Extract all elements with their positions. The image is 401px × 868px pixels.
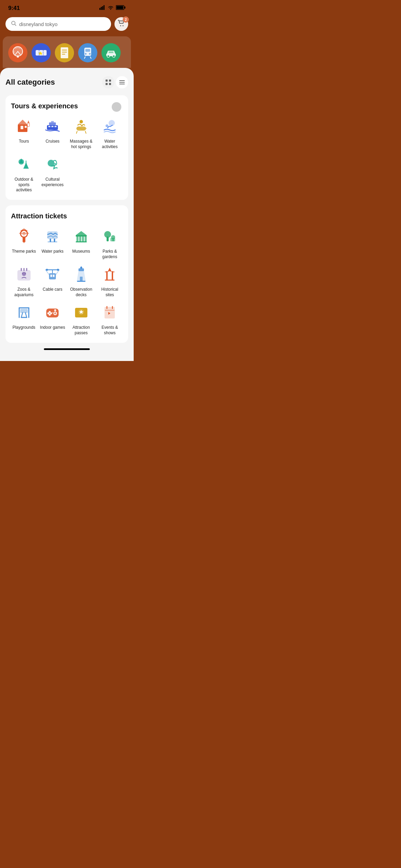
tours-grid: Tours Cruises: [11, 117, 123, 193]
svg-rect-45: [48, 126, 50, 127]
svg-rect-98: [21, 309, 27, 313]
svg-point-108: [52, 312, 53, 313]
category-massages[interactable]: Massages & hot springs: [68, 117, 94, 149]
svg-point-57: [54, 163, 56, 165]
category-cruises[interactable]: Cruises: [40, 117, 66, 149]
category-historical[interactable]: Historical sites: [97, 265, 123, 298]
svg-rect-55: [25, 160, 27, 168]
svg-rect-34: [119, 82, 125, 83]
svg-rect-15: [61, 47, 68, 58]
category-theme-parks[interactable]: Theme parks: [11, 227, 37, 260]
category-zoos[interactable]: Zoos & aquariums: [11, 265, 37, 298]
top-icon-ticket[interactable]: [32, 43, 51, 62]
search-icon: [11, 21, 16, 27]
cultural-icon: [43, 155, 62, 174]
svg-point-10: [123, 25, 124, 26]
svg-rect-20: [85, 49, 90, 52]
category-indoor-games[interactable]: Indoor games: [40, 303, 66, 336]
svg-rect-94: [77, 281, 85, 282]
top-icon-balloon[interactable]: [8, 43, 27, 62]
category-events-shows[interactable]: Events & shows: [97, 303, 123, 336]
museums-icon: [72, 227, 91, 246]
category-museums[interactable]: Museums: [68, 227, 94, 260]
svg-rect-0: [99, 8, 100, 10]
panel-header: All categories: [5, 76, 128, 88]
top-icon-notes[interactable]: [55, 43, 74, 62]
svg-rect-69: [82, 237, 84, 241]
outdoor-label: Outdoor & sports activities: [11, 177, 37, 193]
svg-rect-97: [105, 279, 114, 281]
search-bar[interactable]: disneyland tokyo: [5, 17, 111, 31]
cart-badge: 2: [123, 16, 129, 23]
panel-title: All categories: [5, 78, 55, 87]
cable-cars-icon: [43, 265, 62, 284]
category-cultural[interactable]: Cultural experiences: [40, 155, 66, 193]
svg-point-61: [23, 241, 25, 243]
home-indicator: [44, 348, 90, 350]
svg-rect-76: [112, 239, 114, 241]
svg-rect-93: [80, 277, 83, 281]
svg-rect-39: [25, 126, 27, 128]
attraction-passes-icon: PASS: [72, 303, 91, 322]
category-tours[interactable]: Tours: [11, 117, 37, 149]
svg-rect-112: [105, 307, 114, 318]
category-parks-gardens[interactable]: Parks & gardens: [97, 227, 123, 260]
svg-rect-2: [102, 6, 103, 10]
svg-rect-40: [27, 123, 29, 126]
status-time: 9:41: [8, 5, 20, 12]
svg-rect-67: [76, 237, 78, 241]
observation-icon: [72, 265, 91, 284]
water-activities-label: Water activities: [97, 139, 123, 149]
svg-rect-12: [17, 56, 19, 58]
tours-section: Tours & experiences Tours: [5, 95, 128, 200]
svg-rect-38: [21, 126, 23, 129]
category-attraction-passes[interactable]: PASS Attraction passes: [68, 303, 94, 336]
top-icon-train[interactable]: [78, 43, 97, 62]
list-view-button[interactable]: [116, 76, 128, 88]
category-outdoor[interactable]: Outdoor & sports activities: [11, 155, 37, 193]
svg-rect-5: [117, 6, 123, 9]
historical-label: Historical sites: [97, 287, 123, 298]
grid-view-button[interactable]: [102, 76, 114, 88]
cart-button[interactable]: 2: [114, 17, 128, 31]
svg-rect-113: [105, 310, 114, 311]
svg-rect-30: [109, 80, 111, 82]
zoos-icon: [14, 265, 34, 284]
tours-icon: [14, 117, 34, 136]
category-cable-cars[interactable]: Cable cars: [40, 265, 66, 298]
category-playgrounds[interactable]: Playgrounds: [11, 303, 37, 336]
svg-rect-95: [106, 271, 108, 280]
svg-point-80: [25, 273, 26, 274]
observation-label: Observation decks: [68, 287, 94, 298]
svg-point-103: [47, 312, 49, 314]
theme-parks-label: Theme parks: [12, 249, 36, 254]
massages-icon: [72, 117, 91, 136]
zoos-label: Zoos & aquariums: [11, 287, 37, 298]
svg-point-22: [89, 53, 91, 55]
category-water-parks[interactable]: Water parks: [40, 227, 66, 260]
svg-rect-71: [76, 241, 87, 242]
top-icon-car[interactable]: [101, 43, 121, 62]
svg-rect-107: [54, 309, 56, 311]
museums-label: Museums: [72, 249, 90, 254]
svg-point-7: [12, 21, 15, 25]
svg-rect-3: [104, 5, 105, 10]
svg-point-88: [46, 269, 48, 271]
svg-rect-32: [109, 83, 111, 85]
svg-line-23: [84, 57, 85, 59]
svg-point-79: [22, 273, 23, 274]
svg-point-50: [109, 120, 114, 126]
svg-rect-46: [51, 126, 53, 127]
category-water-activities[interactable]: Water activities: [97, 117, 123, 149]
svg-point-9: [120, 25, 121, 26]
svg-point-21: [85, 53, 87, 55]
svg-point-27: [113, 55, 115, 58]
attraction-passes-label: Attraction passes: [68, 325, 94, 336]
svg-point-26: [107, 55, 110, 58]
playgrounds-icon: [14, 303, 34, 322]
events-shows-icon: [100, 303, 119, 322]
water-parks-icon: [43, 227, 62, 246]
category-observation[interactable]: Observation decks: [68, 265, 94, 298]
svg-rect-96: [112, 271, 113, 280]
indoor-games-icon: [43, 303, 62, 322]
